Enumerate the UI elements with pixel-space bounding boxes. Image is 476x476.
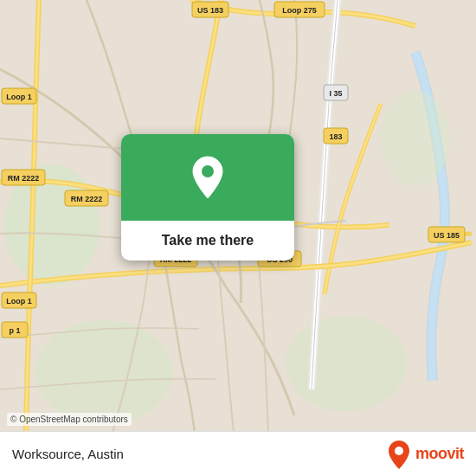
take-me-there-button[interactable]: Take me there [162, 231, 254, 250]
svg-point-30 [395, 447, 403, 455]
location-pin-icon [189, 155, 227, 200]
location-label: Worksource, Austin [12, 447, 124, 461]
svg-text:RM 2222: RM 2222 [8, 174, 40, 183]
moovit-pin-icon [387, 440, 411, 469]
moovit-logo: moovit [387, 440, 464, 469]
svg-point-29 [202, 165, 214, 177]
svg-text:RM 2222: RM 2222 [71, 195, 103, 203]
popup-card: Take me there [121, 134, 294, 261]
svg-text:I 35: I 35 [329, 89, 342, 98]
bottom-bar: Worksource, Austin moovit [0, 431, 476, 476]
svg-text:US 183: US 183 [197, 6, 223, 15]
map-attribution: © OpenStreetMap contributors [7, 413, 132, 426]
svg-text:183: 183 [329, 132, 342, 141]
svg-point-3 [286, 316, 407, 411]
map-container: Loop 275 US 183 I 35 Loop 1 RM 2222 RM 2… [0, 0, 476, 476]
svg-text:US 185: US 185 [434, 231, 460, 240]
svg-text:Loop 1: Loop 1 [6, 93, 32, 101]
svg-point-4 [381, 91, 450, 186]
moovit-brand-text: moovit [415, 445, 464, 463]
popup-bottom: Take me there [121, 221, 294, 261]
svg-text:Loop 275: Loop 275 [282, 6, 317, 15]
svg-point-2 [35, 320, 173, 424]
popup-top [121, 134, 294, 221]
svg-text:p 1: p 1 [9, 326, 20, 335]
svg-text:Loop 1: Loop 1 [6, 297, 32, 306]
